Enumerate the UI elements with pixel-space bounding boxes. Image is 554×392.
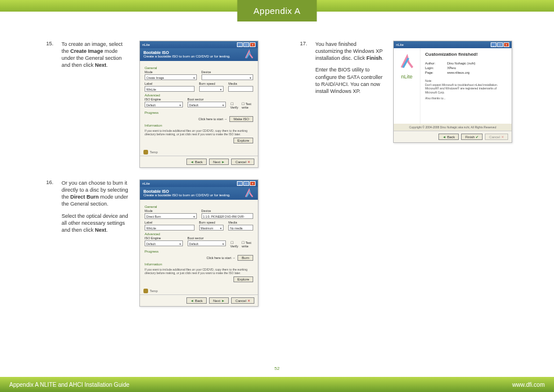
back-button[interactable]: ◄Back — [438, 134, 459, 140]
window-controls: _ □ × — [237, 181, 256, 186]
bootsector-select[interactable]: Default — [188, 102, 226, 107]
cancel-x-icon: ✕ — [247, 299, 250, 303]
window-banner: Bootable ISO Create a bootable ISO to bu… — [140, 48, 258, 61]
bootsector-select[interactable]: Default — [188, 240, 226, 246]
testwrite-checkbox[interactable]: Test write — [242, 102, 253, 109]
label-input[interactable]: WinLite — [145, 86, 195, 92]
device-select[interactable]: 1:1:0, PIONEER DVD-RW DVR-111D 1.23 — [202, 213, 254, 219]
cancel-button[interactable]: Cancel✕ — [485, 134, 508, 140]
text: . — [382, 55, 384, 61]
step-text: To create an image, select the Create Im… — [62, 41, 131, 74]
minimize-icon[interactable]: _ — [491, 42, 497, 47]
progress-hint: Click here to start → — [198, 117, 227, 121]
label-engine: ISO Engine — [145, 98, 183, 101]
back-button[interactable]: ◄Back — [186, 297, 207, 304]
content-area: 15. To create an image, select the Creat… — [0, 12, 554, 330]
burn-button[interactable]: Burn — [238, 255, 253, 261]
minimize-icon[interactable]: _ — [237, 181, 243, 186]
explore-button[interactable]: Explore — [233, 276, 253, 282]
label-input[interactable]: WinLite — [145, 225, 195, 231]
engine-select[interactable]: Default — [145, 240, 183, 246]
back-arrow-icon: ◄ — [190, 160, 194, 164]
step-number: 17. — [294, 41, 307, 46]
check-icon: ✔ — [476, 135, 479, 139]
window-banner: Bootable ISO Create a bootable ISO to bu… — [140, 187, 258, 200]
minimize-icon[interactable]: _ — [237, 42, 243, 47]
window-title: nLite — [142, 43, 150, 46]
close-icon[interactable]: × — [250, 181, 256, 186]
bold: Next — [95, 227, 107, 233]
device-select[interactable] — [202, 74, 254, 80]
step-text: You have finished customizing the Window… — [315, 41, 385, 99]
temp-label: Temp — [150, 289, 157, 293]
step-number: 16. — [41, 179, 53, 185]
page-number: 52 — [275, 366, 280, 371]
label-author: Author: — [425, 62, 443, 65]
maximize-icon[interactable]: □ — [243, 181, 249, 186]
section-general: General — [145, 66, 253, 70]
maximize-icon[interactable]: □ — [243, 42, 249, 47]
screenshot-16: nLite _ □ × Bootable ISO Create a bootab… — [139, 179, 258, 307]
folder-icon — [143, 289, 148, 293]
label-media: Media — [228, 82, 253, 85]
section-advanced: Advanced — [145, 232, 253, 236]
nlite-logo-icon — [244, 188, 254, 199]
media-field — [228, 86, 253, 92]
window-titlebar: nLite _ □ × — [394, 41, 512, 48]
cancel-button[interactable]: Cancel✕ — [231, 159, 254, 165]
sidebar: nLite — [394, 48, 420, 124]
section-progress: Progress — [145, 111, 253, 114]
folder-icon — [143, 150, 148, 154]
step-number: 15. — [41, 41, 53, 46]
next-button[interactable]: Next► — [209, 159, 229, 165]
temp-row: Temp — [140, 149, 258, 156]
close-icon[interactable]: × — [503, 42, 509, 47]
label-label: Label — [145, 221, 195, 224]
label-mode: Mode — [145, 70, 197, 74]
burnspeed-select[interactable] — [199, 86, 224, 92]
label-burnspeed: Burn speed — [199, 82, 224, 85]
nlite-logo-icon — [399, 54, 415, 70]
label-bootsector: Boot sector — [188, 236, 226, 240]
section-advanced: Advanced — [145, 93, 253, 97]
window-titlebar: nLite _ □ × — [140, 41, 258, 48]
right-column: 17. You have finished customizing the Wi… — [294, 41, 513, 318]
next-button[interactable]: Next► — [209, 297, 229, 304]
mode-select[interactable]: Direct Burn — [145, 213, 197, 219]
bold: Next — [95, 62, 107, 68]
footer-band: Appendix A NLITE and AHCI Installation G… — [0, 377, 554, 392]
bold: Finish — [366, 55, 382, 61]
wizard-buttons: ◄Back Next► Cancel✕ — [140, 294, 258, 306]
testwrite-checkbox[interactable]: Test write — [242, 241, 253, 248]
bold: Direct Burn — [70, 194, 99, 200]
make-iso-button[interactable]: Make ISO — [229, 116, 253, 122]
verify-checkbox[interactable]: Verify — [231, 241, 239, 248]
value-login: XPero — [447, 66, 456, 70]
label-burnspeed: Burn speed — [199, 221, 224, 224]
burnspeed-select[interactable]: Maximum — [199, 225, 224, 231]
window-body: nLite Customization finished! Author:Din… — [394, 48, 512, 124]
step-16: 16. Or you can choose to burn it directl… — [41, 179, 260, 307]
step-text: Or you can choose to burn it directly to… — [62, 179, 131, 238]
mode-select[interactable]: Create Image — [145, 74, 197, 80]
info-text: If you want to include additional files … — [145, 129, 253, 136]
explore-button[interactable]: Explore — [233, 138, 253, 143]
close-icon[interactable]: × — [250, 42, 256, 47]
verify-checkbox[interactable]: Verify — [231, 102, 239, 109]
thanks-text: Also thanks to... — [425, 96, 507, 100]
finish-button[interactable]: Finish✔ — [461, 134, 483, 140]
cancel-button[interactable]: Cancel✕ — [231, 297, 254, 304]
temp-label: Temp — [150, 150, 157, 154]
banner-subtitle: Create a bootable ISO to burn on CD/DVD … — [143, 55, 254, 58]
back-button[interactable]: ◄Back — [186, 159, 207, 165]
wizard-buttons: ◄Back Finish✔ Cancel✕ — [394, 131, 512, 142]
wizard-buttons: ◄Back Next► Cancel✕ — [140, 156, 258, 167]
value-page: www.nliteos.org — [447, 71, 470, 74]
window-titlebar: nLite _ □ × — [140, 180, 258, 187]
text: . — [106, 62, 108, 68]
engine-select[interactable]: Default — [145, 102, 183, 107]
finish-heading: Customization finished! — [425, 52, 507, 57]
maximize-icon[interactable]: □ — [497, 42, 503, 47]
step-15: 15. To create an image, select the Creat… — [41, 41, 260, 168]
label-login: Login: — [425, 66, 443, 70]
